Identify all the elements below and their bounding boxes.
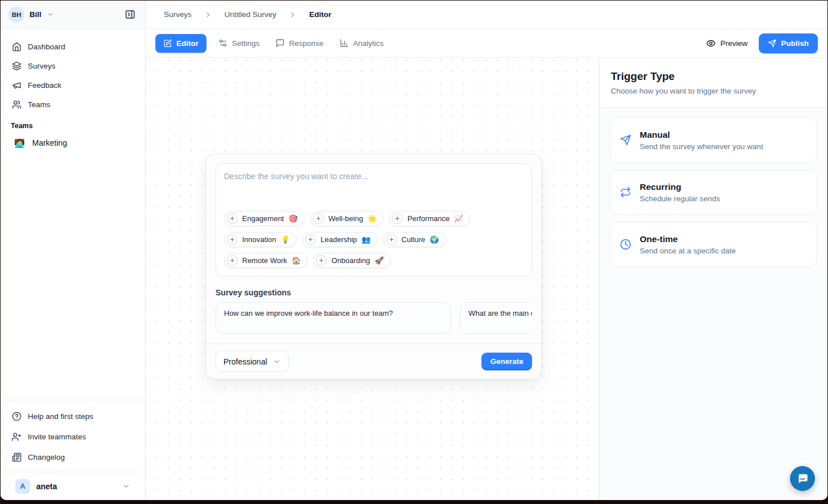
chevron-down-icon [122,482,130,490]
chip-label: Culture [402,235,425,244]
house-emoji-icon: 🏠 [292,257,301,264]
sidebar-item-feedback[interactable]: Feedback [7,75,138,95]
chip-performance[interactable]: Performance 📈 [389,211,470,226]
workspace: Engagement 🎯 Well-being 🌟 Performance [146,58,827,500]
rocket-emoji-icon: 🚀 [374,257,383,264]
clock-icon [620,239,631,250]
tab-settings[interactable]: Settings [214,34,264,52]
chip-innovation[interactable]: Innovation 💡 [224,232,297,247]
chip-culture[interactable]: Culture 🌍 [383,232,446,247]
plus-icon [227,234,238,245]
trigger-panel-body: Manual Send the survey whenever you want… [599,108,827,283]
sidebar-item-label: Surveys [28,62,56,70]
tab-response[interactable]: Response [272,34,328,52]
chevron-down-icon [273,358,281,366]
teams-section-label: Teams [7,114,138,133]
tab-bar: Editor Settings Response [146,29,827,58]
tab-analytics[interactable]: Analytics [336,34,388,52]
chip-label: Innovation [242,235,276,244]
chip-leadership[interactable]: Leadership 👥 [302,232,378,247]
sidebar-toggle-button[interactable] [121,6,138,23]
survey-description-input[interactable] [224,172,523,211]
globe-emoji-icon: 🌍 [430,236,439,243]
sidebar-item-teams[interactable]: Teams [7,95,138,114]
trigger-option-description: Send once at a specific date [640,247,736,255]
workspace-switcher[interactable]: BH Bill [9,7,54,23]
trigger-option-title: One-time [640,234,736,244]
megaphone-icon [12,81,22,90]
tab-editor[interactable]: Editor [155,34,206,53]
panel-title: Trigger Type [611,70,816,83]
user-plus-icon [12,432,22,442]
chat-bubble-icon [796,472,809,485]
chart-up-emoji-icon: 📈 [454,215,463,222]
header-actions: Preview Publish [706,33,818,53]
survey-composer-card: Engagement 🎯 Well-being 🌟 Performance [206,154,542,379]
publish-label: Publish [781,39,809,48]
chip-onboarding[interactable]: Onboarding 🚀 [313,253,390,268]
account-name: aneta [36,482,57,491]
trigger-option-one-time[interactable]: One-time Send once at a specific date [610,222,817,267]
preview-button[interactable]: Preview [706,39,747,48]
sidebar: BH Bill Dashboard [1,1,146,500]
sidebar-item-label: Teams [28,100,50,109]
plus-icon [386,234,397,245]
tone-select[interactable]: Professional [216,351,289,372]
suggestion-card[interactable]: What are the main ob [460,302,532,334]
generate-button[interactable]: Generate [481,353,532,370]
chip-engagement[interactable]: Engagement 🎯 [224,211,305,226]
plus-icon [227,213,238,224]
busts-emoji-icon: 👥 [362,236,371,243]
chevron-right-icon [289,11,297,19]
chip-well-being[interactable]: Well-being 🌟 [310,211,383,226]
star-emoji-icon: 🌟 [367,215,377,222]
trigger-type-panel: Trigger Type Choose how you want to trig… [599,58,827,500]
message-square-icon [276,39,285,48]
account-menu[interactable]: A aneta [7,472,138,500]
tab-label: Settings [232,39,260,48]
editor-canvas[interactable]: Engagement 🎯 Well-being 🌟 Performance [146,58,599,500]
sidebar-item-label: Dashboard [28,43,65,51]
sidebar-item-invite[interactable]: Invite teammates [7,426,138,447]
preview-label: Preview [720,39,747,48]
plus-icon [316,255,327,266]
suggestions-title: Survey suggestions [216,288,532,297]
publish-button[interactable]: Publish [759,33,818,53]
trigger-panel-header: Trigger Type Choose how you want to trig… [599,58,827,108]
team-label: Marketing [32,138,67,147]
tab-label: Analytics [353,39,384,48]
breadcrumb-untitled-survey[interactable]: Untitled Survey [225,10,277,19]
breadcrumb-editor: Editor [309,10,331,19]
suggestions-row: How can we improve work-life balance in … [216,302,532,334]
sidebar-footer: Help and first steps Invite teammates Ch… [1,400,145,500]
topic-chips: Engagement 🎯 Well-being 🌟 Performance [224,211,523,268]
edit-icon [163,39,172,48]
send-icon [620,134,631,146]
trigger-option-description: Send the survey whenever you want [640,142,763,151]
sidebar-item-label: Invite teammates [28,433,86,441]
sidebar-item-dashboard[interactable]: Dashboard [7,37,138,56]
bulb-emoji-icon: 💡 [281,236,290,243]
sidebar-item-surveys[interactable]: Surveys [7,56,138,75]
sliders-icon [218,39,227,48]
suggestion-card[interactable]: How can we improve work-life balance in … [216,302,451,334]
chat-launcher-button[interactable] [790,466,815,491]
app-window: BH Bill Dashboard [1,1,827,500]
users-icon [12,100,22,109]
sidebar-item-changelog[interactable]: Changelog [7,447,138,467]
chip-label: Engagement [242,214,284,223]
trigger-option-title: Manual [640,130,763,140]
survey-description-box: Engagement 🎯 Well-being 🌟 Performance [216,163,532,277]
trigger-option-manual[interactable]: Manual Send the survey whenever you want [610,117,817,163]
chip-label: Onboarding [331,256,370,265]
chip-label: Well-being [328,214,363,223]
sidebar-item-label: Help and first steps [28,412,94,421]
trigger-option-description: Schedule regular sends [640,194,720,203]
chip-remote-work[interactable]: Remote Work 🏠 [224,253,307,268]
breadcrumb-surveys[interactable]: Surveys [164,10,192,19]
sidebar-item-help[interactable]: Help and first steps [7,406,138,426]
plus-icon [227,255,238,266]
sidebar-item-marketing[interactable]: 🧑‍💻 Marketing [7,133,138,153]
help-circle-icon [12,412,22,421]
trigger-option-recurring[interactable]: Recurring Schedule regular sends [610,170,817,215]
